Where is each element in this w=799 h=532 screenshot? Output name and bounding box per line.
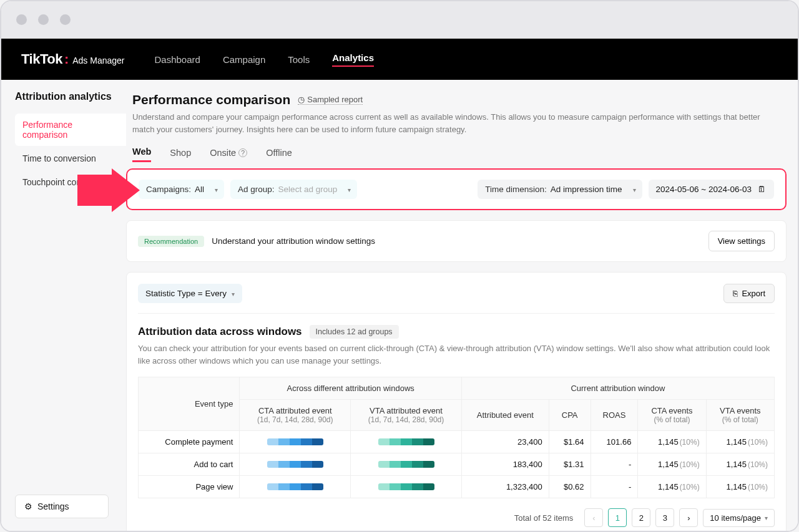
recommendation-badge: Recommendation — [138, 236, 204, 247]
time-dimension-select[interactable]: Time dimension: Ad impression time ▾ — [478, 180, 642, 199]
cell-cta-bar — [240, 431, 351, 453]
cell-vta: 1,145(10%) — [706, 453, 774, 476]
cell-cta-bar — [240, 453, 351, 476]
pagination-next[interactable]: › — [679, 508, 698, 527]
campaigns-select-label: Campaigns: — [146, 185, 191, 194]
tab-shop[interactable]: Shop — [170, 147, 191, 162]
adgroup-select-placeholder: Select ad group — [278, 185, 338, 194]
category-tabs: Web Shop Onsite ? Offline — [132, 147, 787, 162]
pagination-prev[interactable]: ‹ — [584, 508, 603, 527]
pagination-page-3[interactable]: 3 — [655, 508, 674, 527]
logo-text: TikTok — [21, 51, 62, 67]
cell-event: Page view — [139, 476, 240, 498]
chevron-down-icon: ▾ — [215, 186, 218, 193]
calendar-icon: 🗓 — [758, 185, 767, 194]
date-range-picker[interactable]: 2024-05-06 ~ 2024-06-03 🗓 — [649, 180, 775, 199]
cell-cta-bar — [240, 476, 351, 498]
page-description: Understand and compare your campaign per… — [132, 111, 780, 135]
tab-web[interactable]: Web — [132, 147, 151, 162]
pagination-page-1[interactable]: 1 — [608, 508, 627, 527]
th-group-across: Across different attribution windows — [240, 377, 462, 400]
cell-attr-event: 183,400 — [461, 453, 549, 476]
section-title: Attribution data across windows — [138, 326, 302, 338]
help-icon[interactable]: ? — [238, 148, 247, 157]
window-dot — [38, 14, 49, 25]
top-nav: TikTok : Ads Manager Dashboard Campaign … — [1, 39, 798, 80]
cell-event: Complete payment — [139, 431, 240, 453]
recommendation-text: Understand your attribution window setti… — [212, 236, 375, 246]
cell-vta: 1,145(10%) — [706, 431, 774, 453]
logo: TikTok : Ads Manager — [21, 51, 124, 67]
nav-dashboard[interactable]: Dashboard — [154, 54, 200, 65]
clock-icon: ◷ — [298, 95, 305, 104]
page-title: Performance comparison — [132, 92, 290, 107]
svg-marker-0 — [77, 168, 140, 212]
sidebar-item-performance[interactable]: Performance comparison — [15, 114, 126, 146]
adgroup-select-label: Ad group: — [238, 185, 275, 194]
cell-vta-bar — [351, 476, 462, 498]
cell-cta: 1,145(10%) — [638, 453, 706, 476]
cell-roas: - — [591, 476, 638, 498]
statistic-type-select[interactable]: Statistic Type = Every ▾ — [138, 284, 242, 303]
items-per-page-select[interactable]: 10 items/page ▾ — [703, 509, 775, 527]
cell-roas: - — [591, 453, 638, 476]
cell-attr-event: 23,400 — [461, 431, 549, 453]
logo-sub: Ads Manager — [72, 56, 124, 65]
sampled-report-label[interactable]: ◷ Sampled report — [298, 95, 363, 105]
table-row: Page view 1,323,400 $0.62 - 1,145(10%) 1… — [139, 476, 775, 498]
view-settings-button[interactable]: View settings — [708, 231, 775, 251]
campaigns-select[interactable]: Campaigns: All ▾ — [139, 180, 224, 199]
tab-offline[interactable]: Offline — [266, 147, 292, 162]
cell-vta: 1,145(10%) — [706, 476, 774, 498]
th-vta-attr: VTA attributed event (1d, 7d, 14d, 28d, … — [351, 400, 462, 431]
section-description: You can check your attribution for your … — [138, 342, 775, 367]
th-roas: ROAS — [591, 400, 638, 431]
data-card: Statistic Type = Every ▾ ⎘ Export Attrib… — [126, 272, 787, 531]
date-range-value: 2024-05-06 ~ 2024-06-03 — [656, 185, 752, 194]
th-group-current: Current attribution window — [461, 377, 774, 400]
logo-colon-icon: : — [64, 51, 69, 67]
cell-vta-bar — [351, 453, 462, 476]
tab-onsite[interactable]: Onsite ? — [210, 147, 247, 162]
cell-vta-bar — [351, 431, 462, 453]
export-button[interactable]: ⎘ Export — [723, 284, 775, 303]
chevron-down-icon: ▾ — [348, 186, 351, 193]
nav-tools[interactable]: Tools — [288, 54, 310, 65]
cell-cpa: $1.64 — [549, 431, 591, 453]
nav-analytics[interactable]: Analytics — [332, 52, 374, 67]
chevron-down-icon: ▾ — [633, 186, 636, 193]
th-vta-events: VTA events (% of total) — [706, 400, 774, 431]
cell-event: Add to cart — [139, 453, 240, 476]
gear-icon: ⚙ — [24, 501, 32, 511]
attribution-table: Event type Across different attribution … — [138, 377, 775, 498]
window-dot — [16, 14, 27, 25]
settings-button[interactable]: ⚙ Settings — [15, 495, 109, 518]
chevron-down-icon: ▾ — [765, 515, 768, 521]
campaigns-select-value: All — [195, 185, 204, 194]
nav-campaign[interactable]: Campaign — [223, 54, 265, 65]
cell-cpa: $0.62 — [549, 476, 591, 498]
cell-cta: 1,145(10%) — [638, 431, 706, 453]
th-cta-events: CTA events (% of total) — [638, 400, 706, 431]
cell-attr-event: 1,323,400 — [461, 476, 549, 498]
settings-label: Settings — [37, 501, 69, 511]
pagination: Total of 52 items ‹ 1 2 3 › 10 items/pag… — [138, 508, 775, 527]
window-dot — [60, 14, 71, 25]
table-row: Add to cart 183,400 $1.31 - 1,145(10%) 1… — [139, 453, 775, 476]
sidebar-item-time-to-conversion[interactable]: Time to conversion — [15, 147, 126, 170]
th-event-type: Event type — [139, 377, 240, 431]
table-row: Complete payment 23,400 $1.64 101.66 1,1… — [139, 431, 775, 453]
time-dimension-label: Time dimension: — [485, 185, 547, 194]
export-icon: ⎘ — [733, 289, 738, 298]
time-dimension-value: Ad impression time — [551, 185, 622, 194]
cell-cta: 1,145(10%) — [638, 476, 706, 498]
adgroup-select[interactable]: Ad group: Select ad group ▾ — [230, 180, 357, 199]
filter-bar: Campaigns: All ▾ Ad group: Select ad gro… — [126, 168, 787, 210]
th-cta-attr: CTA attributed event (1d, 7d, 14d, 28d, … — [240, 400, 351, 431]
browser-chrome — [1, 1, 798, 39]
cell-cpa: $1.31 — [549, 453, 591, 476]
main-content: Performance comparison ◷ Sampled report … — [126, 80, 798, 531]
th-cpa: CPA — [549, 400, 591, 431]
ad-groups-count-badge: Includes 12 ad groups — [310, 325, 399, 339]
pagination-page-2[interactable]: 2 — [632, 508, 650, 527]
